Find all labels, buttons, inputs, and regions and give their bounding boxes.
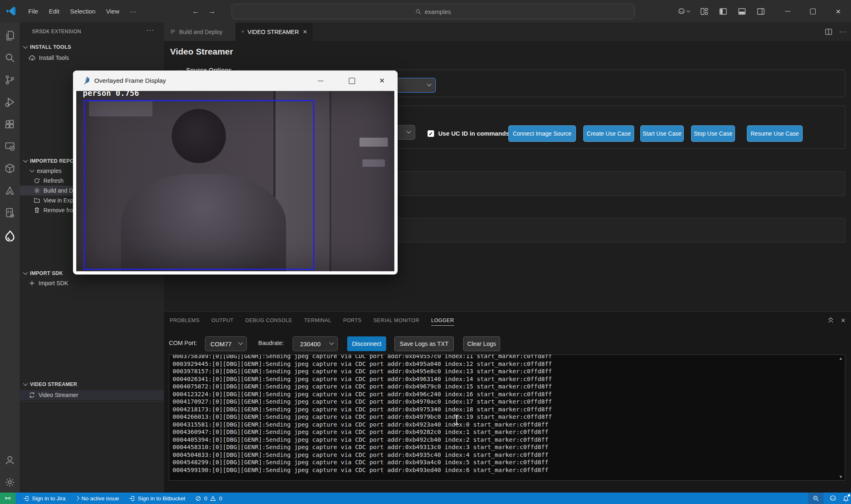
- log-line: 0004405394:[0][DBG][GENR]:Sending jpeg c…: [173, 436, 845, 444]
- problems-summary[interactable]: 0 0: [190, 493, 227, 504]
- log-line: 0004315581:[0][DBG][GENR]:Sending jpeg c…: [173, 421, 845, 429]
- log-line: 0004458310:[0][DBG][GENR]:Sending jpeg c…: [173, 443, 845, 451]
- run-and-debug-icon[interactable]: [0, 92, 20, 112]
- editor-more-icon[interactable]: ···: [839, 28, 847, 36]
- clear-logs-button[interactable]: Clear Logs: [463, 336, 500, 351]
- code-settings-icon[interactable]: [0, 203, 20, 222]
- menu-edit[interactable]: Edit: [43, 5, 65, 17]
- stop-use-case-button[interactable]: Stop Use Case: [691, 125, 735, 142]
- close-icon: ×: [836, 7, 841, 16]
- close-panel-icon[interactable]: ×: [841, 316, 845, 325]
- baudrate-select[interactable]: 230400: [293, 336, 338, 351]
- start-use-case-button[interactable]: Start Use Case: [640, 125, 684, 142]
- source-control-icon[interactable]: [0, 70, 20, 90]
- tab-video-streamer[interactable]: VIDEO STREAMER ×: [236, 23, 313, 41]
- section-install-tools[interactable]: INSTALL TOOLS: [20, 42, 164, 52]
- copilot-menu-button[interactable]: [678, 7, 689, 15]
- log-line: 0003978157:[0][DBG][GENR]:Sending jpeg c…: [173, 368, 845, 375]
- sign-in-jira-button[interactable]: Sign in to Jira: [18, 493, 71, 504]
- toggle-sidebar-button[interactable]: [719, 7, 727, 16]
- gear-icon: [34, 187, 40, 194]
- menu-file[interactable]: File: [23, 5, 43, 17]
- window-maximize-button[interactable]: [800, 0, 826, 23]
- overlay-maximize-button[interactable]: [337, 70, 366, 91]
- active-issue-button[interactable]: No active issue: [71, 493, 124, 504]
- remote-explorer-icon[interactable]: [0, 136, 20, 156]
- resume-use-case-button[interactable]: Resume Use Case: [747, 125, 803, 142]
- overlay-close-button[interactable]: ×: [367, 70, 397, 91]
- settings-gear-icon[interactable]: [0, 472, 20, 492]
- log-line: 0004026341:[0][DBG][GENR]:Sending jpeg c…: [173, 375, 845, 383]
- disconnect-button[interactable]: Disconnect: [347, 336, 386, 351]
- history-nav: ← →: [192, 0, 216, 23]
- detection-bounding-box: [84, 100, 314, 270]
- panel-actions: ×: [827, 312, 845, 329]
- save-logs-button[interactable]: Save Logs as TXT: [394, 336, 454, 351]
- page-title: Video Streamer: [170, 47, 233, 57]
- sidebar-item-import-sdk[interactable]: Import SDK: [20, 278, 164, 288]
- explorer-icon[interactable]: [0, 26, 20, 45]
- window-minimize-button[interactable]: [775, 0, 800, 23]
- tab-serial-monitor[interactable]: SERIAL MONITOR: [373, 318, 419, 323]
- list-icon: [241, 29, 244, 35]
- split-editor-icon[interactable]: [825, 28, 833, 36]
- scroll-up-icon[interactable]: ▲: [839, 356, 843, 361]
- titlebar-actions: [678, 0, 765, 23]
- window-close-button[interactable]: ×: [826, 0, 851, 23]
- extensions-icon[interactable]: [0, 114, 20, 134]
- overlayed-frame-window[interactable]: Overlayed Frame Display × person 0.756: [73, 70, 398, 275]
- statusbar-left: Sign in to Jira No active issue Sign in …: [18, 493, 227, 504]
- forward-icon[interactable]: →: [208, 7, 216, 16]
- jira-label: Sign in to Jira: [32, 495, 66, 502]
- com-port-value: COM77: [210, 341, 232, 347]
- sidebar-header: SRSDK EXTENSION ···: [20, 27, 164, 37]
- connect-image-source-button[interactable]: Connect Image Source: [508, 125, 576, 142]
- tab-problems[interactable]: PROBLEMS: [170, 318, 200, 323]
- toggle-panel-button[interactable]: [738, 7, 746, 16]
- remote-indicator[interactable]: ><: [0, 493, 16, 504]
- atlassian-icon[interactable]: [0, 181, 20, 200]
- toggle-secondary-sidebar-button[interactable]: [757, 7, 765, 16]
- detection-label: person 0.756: [83, 91, 139, 98]
- section-video-streamer[interactable]: VIDEO STREAMER: [20, 379, 164, 389]
- zoom-out-button[interactable]: [808, 493, 824, 504]
- create-use-case-button[interactable]: Create Use Case: [583, 125, 634, 142]
- log-output[interactable]: 0003758389:[0][DBG][GENR]:Sending jpeg c…: [169, 354, 845, 481]
- menu-view[interactable]: View: [101, 5, 125, 17]
- search-icon[interactable]: [0, 48, 20, 68]
- log-line: 0004504833:[0][DBG][GENR]:Sending jpeg c…: [173, 451, 845, 459]
- srsdk-drop-icon[interactable]: [0, 226, 20, 245]
- use-uc-id-checkbox[interactable]: ✓: [428, 130, 434, 137]
- tab-ports[interactable]: PORTS: [343, 318, 362, 323]
- menu-selection[interactable]: Selection: [65, 5, 101, 17]
- sidebar-more-icon[interactable]: ···: [146, 27, 154, 34]
- sidebar-item-install-tools[interactable]: Install Tools: [20, 53, 164, 63]
- notifications-bell-icon[interactable]: [842, 495, 849, 502]
- command-search-box[interactable]: examples: [232, 4, 635, 19]
- text-cursor: [453, 414, 460, 427]
- tab-close-icon[interactable]: ×: [303, 28, 307, 36]
- chevron-down-icon: [23, 381, 27, 386]
- tab-logger[interactable]: LOGGER: [431, 318, 454, 326]
- tab-build-and-deploy[interactable]: Build and Deploy: [164, 23, 235, 41]
- sign-in-bitbucket-button[interactable]: Sign in to Bitbucket: [124, 493, 190, 504]
- customize-layout-button[interactable]: [700, 7, 708, 16]
- tab-debug-console[interactable]: DEBUG CONSOLE: [245, 318, 292, 323]
- com-port-select[interactable]: COM77: [205, 336, 247, 351]
- overlay-titlebar[interactable]: Overlayed Frame Display ×: [73, 70, 398, 91]
- package-icon[interactable]: [0, 159, 20, 178]
- overlay-minimize-button[interactable]: [306, 70, 335, 91]
- notification-dot: [848, 494, 850, 497]
- zoom-out-icon: [812, 495, 819, 502]
- back-icon[interactable]: ←: [192, 7, 200, 16]
- sidebar-item-video-streamer[interactable]: Video Streamer: [20, 390, 164, 400]
- account-icon[interactable]: [0, 450, 20, 470]
- source-select[interactable]: [396, 78, 436, 93]
- tab-terminal[interactable]: TERMINAL: [304, 318, 331, 323]
- copilot-status-icon[interactable]: [829, 495, 837, 502]
- maximize-panel-icon[interactable]: [827, 317, 834, 324]
- scroll-down-icon[interactable]: ▼: [839, 474, 843, 479]
- overlay-window-title: Overlayed Frame Display: [94, 70, 166, 91]
- tab-output[interactable]: OUTPUT: [212, 318, 234, 323]
- menu-more-icon[interactable]: ···: [125, 5, 141, 17]
